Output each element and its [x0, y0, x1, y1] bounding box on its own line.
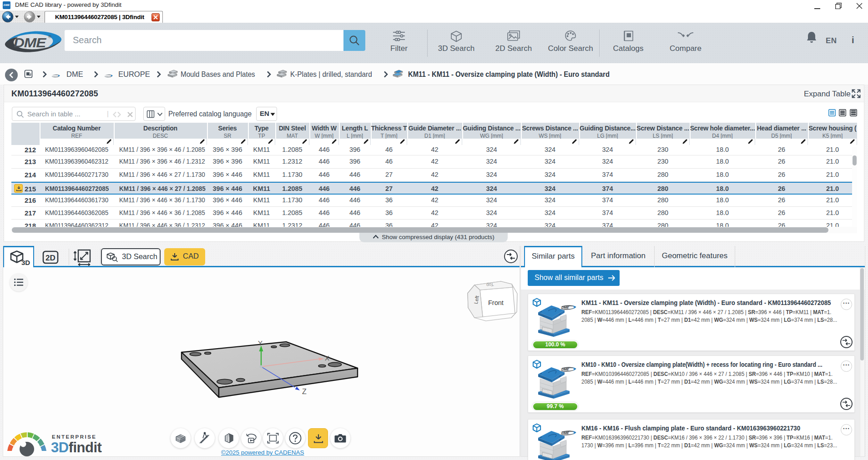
svg-text:DME: DME [561, 368, 570, 372]
svg-text:2D: 2D [45, 254, 56, 262]
svg-text:3D: 3D [21, 259, 30, 266]
svg-text:DME: DME [561, 431, 570, 435]
svg-text:DME: DME [561, 306, 570, 310]
